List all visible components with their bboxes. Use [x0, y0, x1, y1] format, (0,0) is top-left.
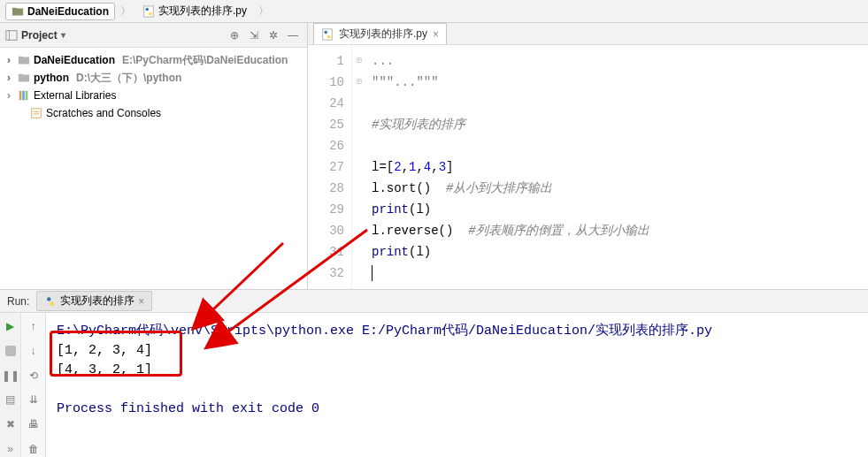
- folder-icon: [18, 72, 30, 84]
- print-button[interactable]: 🖶: [26, 416, 42, 432]
- chevron-right-icon[interactable]: ›: [4, 72, 14, 84]
- editor-tab[interactable]: 实现列表的排序.py ×: [313, 23, 447, 44]
- wrap-button[interactable]: ⟲: [26, 368, 42, 384]
- run-tab[interactable]: 实现列表的排序 ×: [36, 291, 152, 311]
- folder-icon: [12, 5, 24, 18]
- console-output[interactable]: E:\PyCharm代码\venv\Scripts\python.exe E:/…: [46, 313, 868, 457]
- tree-row-label: External Libraries: [34, 89, 116, 102]
- layout-button[interactable]: ▤: [3, 392, 19, 407]
- svg-rect-8: [32, 109, 42, 118]
- run-body: ▶ ❚❚ ▤ ✖ » ↑ ↓ ⟲ ⇊ 🖶 🗑 E:\PyCharm代码\venv…: [0, 313, 868, 457]
- editor-tab-label: 实现列表的排序.py: [339, 27, 427, 42]
- folder-icon: [18, 54, 30, 66]
- close-icon[interactable]: ×: [138, 295, 144, 308]
- console-exit: Process finished with exit code 0: [57, 400, 857, 419]
- hide-icon[interactable]: —: [284, 29, 302, 42]
- trash-button[interactable]: 🗑: [26, 441, 42, 457]
- project-panel: Project ▾ ⊕ ⇲ ✲ — › DaNeiEducation E:\Py…: [0, 23, 308, 289]
- pin-button[interactable]: ✖: [3, 416, 19, 432]
- svg-point-1: [146, 7, 150, 11]
- editor-code[interactable]: ..."""..."""#实现列表的排序l=[2,1,4,3]l.sort() …: [366, 45, 649, 289]
- tree-row-label: DaNeiEducation: [34, 54, 115, 66]
- chevron-right-icon[interactable]: ›: [4, 54, 14, 66]
- tree-row-scratches[interactable]: Scratches and Consoles: [4, 104, 303, 122]
- run-side-right: ↑ ↓ ⟲ ⇊ 🖶 🗑: [21, 313, 46, 457]
- console-path: E:\PyCharm代码\venv\Scripts\python.exe E:/…: [57, 322, 857, 341]
- breadcrumb-file[interactable]: 实现列表的排序.py: [136, 1, 253, 21]
- breadcrumb-folder-label: DaNeiEducation: [27, 5, 109, 18]
- close-icon[interactable]: ×: [433, 28, 439, 41]
- up-button[interactable]: ↑: [26, 318, 42, 334]
- svg-point-15: [50, 301, 54, 305]
- console-line: [4, 3, 2, 1]: [57, 361, 857, 380]
- collapse-icon[interactable]: ⇲: [245, 29, 263, 42]
- editor-gutter: 110242526272829303132: [308, 45, 352, 289]
- libraries-icon: [18, 89, 30, 102]
- tree-row-label: Scratches and Consoles: [46, 107, 161, 119]
- gear-icon[interactable]: ✲: [265, 29, 282, 42]
- tree-row-note: E:\PyCharm代码\DaNeiEducation: [122, 53, 288, 68]
- breadcrumb: DaNeiEducation 〉 实现列表的排序.py 〉: [0, 0, 868, 23]
- main-split: Project ▾ ⊕ ⇲ ✲ — › DaNeiEducation E:\Py…: [0, 23, 868, 290]
- svg-point-13: [327, 34, 331, 38]
- editor-body[interactable]: 110242526272829303132 ⊞⊞ ..."""..."""#实现…: [308, 45, 868, 289]
- dropdown-icon: ▾: [61, 30, 65, 40]
- project-tree[interactable]: › DaNeiEducation E:\PyCharm代码\DaNeiEduca…: [0, 48, 307, 126]
- locate-icon[interactable]: ⊕: [226, 29, 243, 42]
- tree-row-note: D:\大三（下）\python: [76, 71, 181, 86]
- svg-rect-5: [19, 91, 22, 101]
- chevron-right-icon: 〉: [258, 4, 269, 19]
- project-panel-title[interactable]: Project ▾: [5, 29, 65, 42]
- python-file-icon: [44, 295, 57, 308]
- editor-tabs: 实现列表的排序.py ×: [308, 23, 868, 45]
- svg-rect-3: [6, 30, 17, 40]
- project-icon: [5, 29, 18, 42]
- scroll-button[interactable]: ⇊: [26, 392, 42, 407]
- more-button[interactable]: »: [3, 441, 19, 457]
- run-side-left: ▶ ❚❚ ▤ ✖ »: [0, 313, 21, 457]
- down-button[interactable]: ↓: [26, 343, 42, 359]
- stop-button[interactable]: [3, 343, 19, 359]
- fold-column: ⊞⊞: [352, 45, 366, 289]
- svg-rect-7: [26, 91, 28, 101]
- pause-button[interactable]: ❚❚: [3, 368, 19, 384]
- chevron-right-icon: 〉: [120, 4, 131, 19]
- tree-row-label: python: [34, 72, 69, 84]
- python-file-icon: [321, 28, 334, 41]
- tree-row-external-libs[interactable]: › External Libraries: [4, 87, 303, 104]
- svg-point-2: [149, 11, 152, 15]
- console-line: [1, 2, 3, 4]: [57, 341, 857, 361]
- svg-point-12: [325, 30, 328, 34]
- tree-row-python[interactable]: › python D:\大三（下）\python: [4, 69, 303, 87]
- run-tab-label: 实现列表的排序: [60, 293, 134, 308]
- python-file-icon: [142, 5, 155, 18]
- tree-row-root[interactable]: › DaNeiEducation E:\PyCharm代码\DaNeiEduca…: [4, 51, 303, 69]
- project-panel-header: Project ▾ ⊕ ⇲ ✲ —: [0, 23, 307, 48]
- run-header: Run: 实现列表的排序 ×: [0, 290, 868, 313]
- breadcrumb-folder[interactable]: DaNeiEducation: [5, 3, 115, 20]
- breadcrumb-file-label: 实现列表的排序.py: [158, 4, 247, 19]
- svg-rect-6: [22, 91, 25, 101]
- svg-rect-11: [323, 28, 333, 39]
- chevron-right-icon[interactable]: ›: [4, 89, 14, 102]
- rerun-button[interactable]: ▶: [3, 318, 19, 334]
- svg-rect-0: [144, 5, 154, 16]
- svg-point-14: [47, 297, 50, 301]
- run-label: Run:: [7, 295, 29, 308]
- editor-panel: 实现列表的排序.py × 110242526272829303132 ⊞⊞ ..…: [308, 23, 868, 289]
- scratch-icon: [30, 107, 42, 119]
